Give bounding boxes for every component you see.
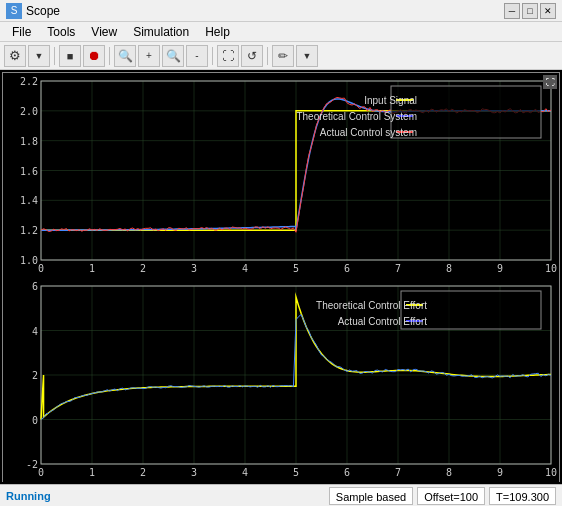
toolbar: ⚙ ▼ ■ ⏺ 🔍 + 🔍 - ⛶ ↺ ✏ ▼ [0,42,562,70]
window-controls: ─ □ ✕ [504,3,556,19]
toolbar-sep-1 [54,47,55,65]
status-right: Sample based Offset=100 T=109.300 [329,487,556,505]
offset-value: Offset=100 [417,487,485,505]
settings-dropdown[interactable]: ▼ [28,45,50,67]
expand-button[interactable]: ⛶ [543,75,557,89]
window-title: Scope [26,4,504,18]
menu-tools[interactable]: Tools [39,22,83,42]
minimize-button[interactable]: ─ [504,3,520,19]
status-bar: Running Sample based Offset=100 T=109.30… [0,484,562,506]
draw-dropdown[interactable]: ▼ [296,45,318,67]
settings-button[interactable]: ⚙ [4,45,26,67]
plot-area: ⛶ [0,70,562,484]
time-value: T=109.300 [489,487,556,505]
menu-file[interactable]: File [4,22,39,42]
app-icon: S [6,3,22,19]
menu-view[interactable]: View [83,22,125,42]
bottom-canvas [3,278,559,482]
close-button[interactable]: ✕ [540,3,556,19]
record-button[interactable]: ⏺ [83,45,105,67]
fit-button[interactable]: ⛶ [217,45,239,67]
menu-help[interactable]: Help [197,22,238,42]
refresh-button[interactable]: ↺ [241,45,263,67]
scope-container: ⛶ [2,72,560,482]
draw-button[interactable]: ✏ [272,45,294,67]
zoom-in-button[interactable]: 🔍 [114,45,136,67]
toolbar-sep-4 [267,47,268,65]
sample-based-label: Sample based [329,487,413,505]
zoom-in-label[interactable]: + [138,45,160,67]
bottom-plot [3,278,559,482]
zoom-out-button[interactable]: 🔍 [162,45,184,67]
maximize-button[interactable]: □ [522,3,538,19]
top-plot: ⛶ [3,73,559,278]
toolbar-sep-3 [212,47,213,65]
menu-bar: File Tools View Simulation Help [0,22,562,42]
toolbar-sep-2 [109,47,110,65]
title-bar: S Scope ─ □ ✕ [0,0,562,22]
top-canvas [3,73,559,278]
menu-simulation[interactable]: Simulation [125,22,197,42]
zoom-out-label[interactable]: - [186,45,208,67]
stop-button[interactable]: ■ [59,45,81,67]
running-status: Running [6,490,329,502]
